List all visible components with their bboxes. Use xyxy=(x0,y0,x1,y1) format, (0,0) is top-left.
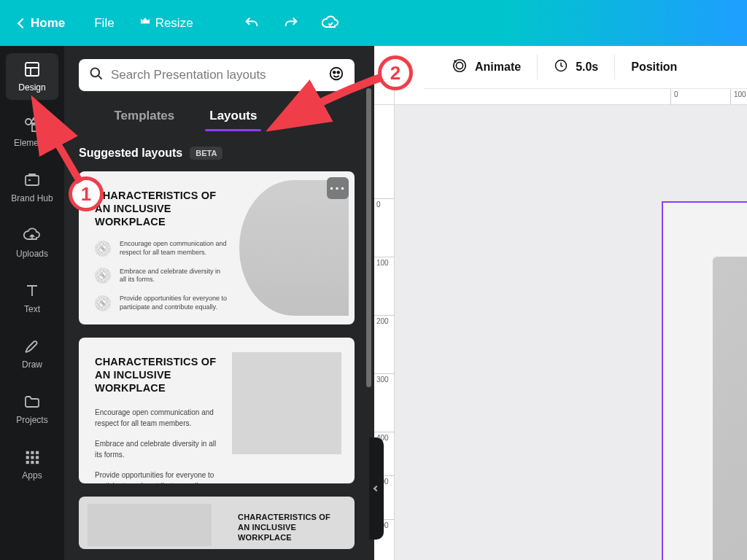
top-bar: Home File Resize xyxy=(0,0,747,46)
rail-uploads[interactable]: Uploads xyxy=(6,219,58,266)
rail-label: Projects xyxy=(16,415,47,425)
rail-label: Text xyxy=(24,304,40,314)
rail-label: Apps xyxy=(22,470,42,481)
rail-label: Design xyxy=(18,82,45,93)
resize-label: Resize xyxy=(155,16,193,31)
rail-design[interactable]: Design xyxy=(6,53,58,100)
context-toolbar: Animate 5.0s Position xyxy=(424,46,747,89)
svg-rect-2 xyxy=(32,125,39,131)
svg-rect-9 xyxy=(36,456,39,459)
annotation-step-1: 1 xyxy=(69,176,104,211)
annotation-number: 1 xyxy=(81,183,91,206)
starburst-icon xyxy=(95,268,111,284)
pencil-icon xyxy=(23,338,41,355)
svg-point-16 xyxy=(337,71,339,74)
layout-card[interactable]: CHARACTERISTICS OF AN INCLUSIVE WORKPLAC… xyxy=(79,171,355,324)
rail-elements[interactable]: Elements xyxy=(6,109,58,155)
svg-point-18 xyxy=(456,62,462,69)
folder-icon xyxy=(23,393,41,411)
svg-rect-11 xyxy=(31,461,34,464)
crown-icon xyxy=(139,15,151,31)
card-more-button[interactable]: ··· xyxy=(327,177,349,199)
card-image xyxy=(88,504,212,546)
ruler-tick: 200 xyxy=(376,317,389,325)
ruler-horizontal[interactable]: 0 100 xyxy=(395,89,747,105)
animate-label: Animate xyxy=(475,61,521,74)
ruler-tick: 100 xyxy=(376,259,389,267)
panel-collapse-handle[interactable] xyxy=(369,438,384,540)
tab-templates[interactable]: Templates xyxy=(114,109,174,131)
section-title: Suggested layouts xyxy=(79,147,182,160)
cloud-sync-button[interactable] xyxy=(317,10,344,36)
tab-layouts[interactable]: Layouts xyxy=(209,109,257,131)
svg-rect-6 xyxy=(36,451,39,454)
card-title: CHARACTERISTICS OF AN INCLUSIVE WORKPLAC… xyxy=(95,355,220,394)
search-box[interactable] xyxy=(79,59,355,91)
position-button[interactable]: Position xyxy=(615,55,693,79)
tab-styles[interactable]: Styles xyxy=(292,109,328,131)
card-title: CHARACTERISTICS OF AN INCLUSIVE WORKPLAC… xyxy=(238,513,336,542)
svg-point-13 xyxy=(91,69,100,77)
rail-label: Elements xyxy=(14,138,50,148)
search-input[interactable] xyxy=(111,68,321,82)
rail-label: Draw xyxy=(22,359,42,370)
redo-button[interactable] xyxy=(278,10,304,36)
rail-draw[interactable]: Draw xyxy=(6,330,58,377)
undo-button[interactable] xyxy=(239,10,265,36)
rail-text[interactable]: Text xyxy=(6,275,58,322)
card-image xyxy=(239,180,349,316)
search-icon xyxy=(89,66,104,84)
resize-button[interactable]: Resize xyxy=(133,11,199,35)
rail-projects[interactable]: Projects xyxy=(6,386,58,432)
section-header: Suggested layouts BETA xyxy=(79,147,364,160)
search-filter-icon[interactable] xyxy=(328,66,344,85)
ruler-corner xyxy=(374,89,395,105)
rail-label: Uploads xyxy=(16,249,48,259)
rail-brand-hub[interactable]: Brand Hub xyxy=(6,164,58,211)
file-label: File xyxy=(94,16,114,31)
ruler-tick: 0 xyxy=(376,201,381,209)
svg-rect-10 xyxy=(26,461,29,464)
layout-card[interactable]: CHARACTERISTICS OF AN INCLUSIVE WORKPLAC… xyxy=(79,338,355,483)
rail-label: Brand Hub xyxy=(11,193,53,203)
chevron-left-icon xyxy=(18,18,28,28)
animate-button[interactable]: Animate xyxy=(436,55,538,79)
panel-scrollbar[interactable] xyxy=(366,59,371,489)
position-label: Position xyxy=(631,61,677,74)
card-bullet: Provide opportunities for everyone to pa… xyxy=(95,470,220,483)
ruler-tick: 300 xyxy=(376,376,389,384)
ruler-tick: 0 xyxy=(674,90,678,98)
svg-point-14 xyxy=(330,68,343,80)
starburst-icon xyxy=(95,295,111,311)
card-bullet: Embrace and celebrate diversity in all i… xyxy=(120,268,228,284)
svg-point-15 xyxy=(333,71,336,74)
shapes-icon xyxy=(23,116,41,133)
card-title: CHARACTERISTICS OF AN INCLUSIVE WORKPLAC… xyxy=(95,189,228,228)
card-bullet: Encourage open communication and respect… xyxy=(120,240,228,257)
panel-tabs: Templates Layouts Styles xyxy=(79,109,364,131)
file-menu[interactable]: File xyxy=(88,12,120,35)
text-icon xyxy=(23,282,41,300)
slide-image xyxy=(713,257,747,560)
selected-slide[interactable] xyxy=(662,201,747,560)
duration-value: 5.0s xyxy=(576,61,598,74)
left-rail: Design Elements Brand Hub Uploads Text D… xyxy=(0,46,64,560)
layout-card[interactable]: CHARACTERISTICS OF AN INCLUSIVE WORKPLAC… xyxy=(79,497,355,549)
scrollbar-thumb[interactable] xyxy=(366,88,371,387)
home-button[interactable]: Home xyxy=(9,10,75,36)
chevron-left-icon xyxy=(374,486,379,491)
svg-rect-0 xyxy=(26,63,39,76)
svg-rect-12 xyxy=(36,461,39,464)
apps-grid-icon xyxy=(23,448,41,466)
rail-apps[interactable]: Apps xyxy=(6,441,58,488)
clock-icon xyxy=(554,58,568,76)
card-image xyxy=(232,352,341,454)
starburst-icon xyxy=(95,241,111,257)
svg-rect-5 xyxy=(31,451,34,454)
ruler-tick: 100 xyxy=(734,90,746,98)
svg-rect-7 xyxy=(26,456,29,459)
canvas-area[interactable]: 0 100 0 100 200 300 400 500 600 700 xyxy=(374,89,747,560)
duration-button[interactable]: 5.0s xyxy=(538,55,615,79)
svg-rect-3 xyxy=(26,176,39,185)
card-bullet: Encourage open communication and respect… xyxy=(95,408,220,429)
